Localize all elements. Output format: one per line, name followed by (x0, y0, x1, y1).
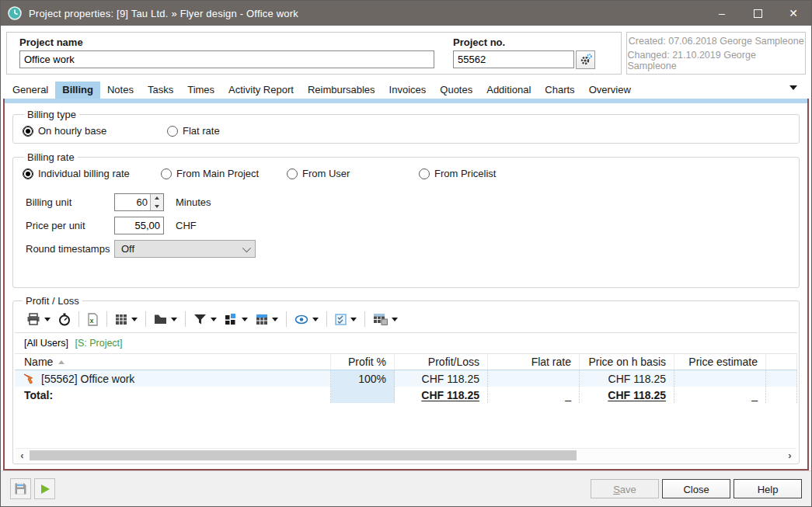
export-excel-icon: x (87, 313, 99, 326)
chevron-down-icon (242, 243, 251, 252)
total-price-on-h-basis: CHF 118.25 (580, 387, 674, 403)
table-save-icon (373, 313, 388, 325)
project-name-input[interactable] (19, 50, 434, 68)
dropdown-arrow-icon[interactable] (312, 318, 319, 325)
billing-unit-label: Billing unit (26, 196, 114, 208)
scroll-left-icon[interactable]: ‹ (16, 450, 29, 461)
close-window-button[interactable]: ✕ (775, 1, 811, 26)
column-header-profit-pct[interactable]: Profit % (331, 354, 395, 370)
table-save-button[interactable] (369, 311, 402, 328)
radio-flat-rate[interactable]: Flat rate (167, 125, 220, 137)
billing-rate-group: Billing rate Individual billing rate Fro… (12, 151, 800, 288)
color-squares-button[interactable] (221, 311, 252, 328)
close-button[interactable]: Close (662, 479, 730, 498)
minimize-button[interactable]: – (704, 1, 740, 26)
dropdown-arrow-icon[interactable] (171, 318, 177, 325)
save-button[interactable]: Save (591, 479, 659, 498)
visibility-button[interactable] (291, 311, 322, 328)
table-row-name[interactable]: [55562] Office work (15, 370, 331, 387)
timer-button[interactable] (54, 311, 75, 328)
round-timestamps-select[interactable]: Off (114, 240, 256, 258)
project-no-settings-button[interactable] (576, 50, 595, 69)
tab-tasks[interactable]: Tasks (141, 82, 180, 99)
table-row-profit-loss[interactable]: CHF 118.25 (395, 370, 488, 387)
horizontal-scrollbar[interactable]: ‹ › (16, 448, 796, 461)
tab-general[interactable]: General (5, 82, 55, 99)
project-no-input[interactable] (453, 50, 574, 68)
spin-down-icon[interactable] (151, 203, 163, 211)
table-row-price-on-h-basis[interactable]: CHF 118.25 (580, 370, 674, 387)
print-button[interactable] (23, 311, 54, 328)
column-header-flat-rate[interactable]: Flat rate (488, 354, 580, 370)
dropdown-arrow-icon[interactable] (242, 318, 248, 325)
tab-additional[interactable]: Additional (479, 82, 538, 99)
timer-icon (58, 313, 71, 326)
audit-info-box: Created: 07.06.2018 George Sampleone Cha… (626, 32, 806, 75)
tab-quotes[interactable]: Quotes (433, 82, 479, 99)
scroll-right-icon[interactable]: › (783, 450, 796, 461)
floppy-icon (14, 482, 27, 495)
tab-activity-report[interactable]: Activity Report (221, 82, 301, 99)
dropdown-arrow-icon[interactable] (44, 318, 51, 325)
table-sum-button[interactable] (252, 311, 282, 328)
radio-from-main-project[interactable]: From Main Project (161, 168, 287, 179)
header-section: Project name Project no. (6, 32, 806, 75)
column-header-price-on-h-basis[interactable]: Price on h basis (580, 354, 674, 370)
radio-individual-billing-rate[interactable]: Individual billing rate (23, 168, 161, 179)
column-header-price-estimate[interactable]: Price estimate (674, 354, 766, 370)
tab-strip: General Billing Notes Tasks Times Activi… (1, 76, 811, 99)
billing-unit-stepper[interactable]: 60 (114, 193, 164, 211)
radio-unselected-icon (161, 168, 172, 179)
table-row-price-estimate[interactable] (674, 370, 766, 387)
price-per-unit-input[interactable] (114, 217, 164, 234)
maximize-button[interactable] (740, 1, 775, 26)
start-timer-button[interactable] (34, 478, 55, 499)
tab-charts[interactable]: Charts (538, 82, 581, 99)
print-icon (26, 313, 40, 325)
profit-loss-group: Profit / Loss (12, 295, 800, 464)
column-header-name[interactable]: Name (15, 354, 331, 370)
tab-overflow-arrow-icon[interactable] (789, 85, 797, 94)
total-price-estimate: _ (674, 387, 766, 403)
table-row-profit-pct[interactable]: 100% (331, 370, 395, 387)
filter-button[interactable] (190, 311, 221, 328)
radio-selected-icon (23, 126, 33, 137)
tab-reimbursables[interactable]: Reimbursables (301, 82, 382, 99)
radio-selected-icon (23, 168, 33, 179)
table-row-flat-rate[interactable] (488, 370, 580, 387)
tab-invoices[interactable]: Invoices (382, 82, 434, 99)
radio-on-hourly-base[interactable]: On hourly base (23, 125, 167, 137)
help-button[interactable]: Help (734, 479, 802, 498)
billing-unit-value[interactable]: 60 (115, 194, 150, 210)
total-flat-rate: _ (488, 387, 580, 403)
scrollbar-track[interactable] (29, 450, 783, 461)
radio-from-pricelist[interactable]: From Pricelist (419, 168, 496, 179)
footer-bar: Save Close Help (1, 471, 811, 506)
folder-button[interactable] (150, 311, 181, 328)
dropdown-arrow-icon[interactable] (131, 318, 138, 325)
tab-times[interactable]: Times (180, 82, 221, 99)
dropdown-arrow-icon[interactable] (392, 318, 398, 325)
active-tab-accent-bar (5, 99, 807, 103)
checklist-button[interactable] (331, 311, 361, 328)
table-sum-icon (256, 314, 268, 325)
created-info: Created: 07.06.2018 George Sampleone (629, 36, 804, 47)
radio-from-user[interactable]: From User (287, 168, 419, 179)
tab-notes[interactable]: Notes (100, 82, 141, 99)
radio-label: From User (302, 168, 350, 179)
tab-overview[interactable]: Overview (582, 82, 638, 99)
tab-billing[interactable]: Billing (55, 82, 100, 99)
project-icon (23, 373, 36, 384)
title-bar: Project properties: [9] Tau Ltd. » Flyer… (1, 1, 811, 26)
scrollbar-thumb[interactable] (30, 450, 577, 460)
spin-up-icon[interactable] (151, 194, 163, 203)
project-fields-box: Project name Project no. (6, 32, 622, 75)
table-grid-button[interactable] (111, 311, 141, 328)
dropdown-arrow-icon[interactable] (272, 318, 278, 325)
scope-line: [All Users] [S: Project] (15, 333, 797, 352)
quick-save-button[interactable] (10, 478, 31, 499)
export-excel-button[interactable]: x (83, 311, 103, 328)
dropdown-arrow-icon[interactable] (350, 318, 357, 325)
column-header-profit-loss[interactable]: Profit/Loss (395, 354, 488, 370)
dropdown-arrow-icon[interactable] (211, 318, 217, 325)
